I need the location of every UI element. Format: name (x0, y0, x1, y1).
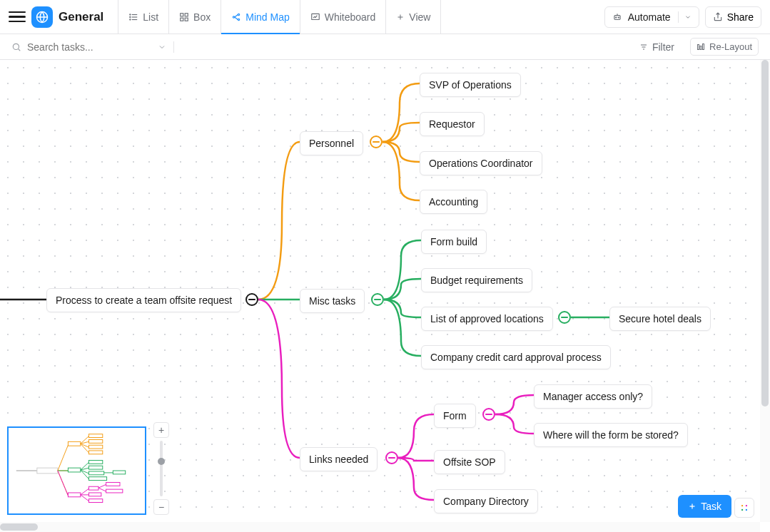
tab-list-label: List (143, 11, 158, 23)
node-form[interactable]: Form (434, 404, 476, 428)
svg-rect-7 (181, 13, 183, 16)
tab-mindmap[interactable]: Mind Map (221, 0, 300, 34)
view-tabs: List Box Mind Map Whiteboard View (118, 0, 441, 34)
svg-point-11 (233, 16, 235, 17)
menu-icon[interactable] (9, 9, 26, 26)
svg-rect-29 (68, 441, 80, 446)
svg-point-49 (746, 505, 747, 506)
svg-rect-9 (181, 18, 183, 21)
svg-rect-14 (311, 14, 319, 19)
node-budget[interactable]: Budget requirements (421, 268, 532, 292)
svg-point-18 (615, 17, 616, 18)
zoom-in-button[interactable]: + (153, 422, 169, 438)
minimap[interactable] (7, 426, 146, 515)
relayout-button[interactable]: Re-Layout (690, 38, 759, 56)
vertical-scrollbar[interactable] (760, 60, 770, 522)
node-form-stored[interactable]: Where will the form be stored? (534, 423, 688, 447)
chevron-down-icon[interactable] (678, 11, 692, 23)
node-offsite-sop[interactable]: Offsite SOP (434, 450, 505, 474)
mindmap-canvas[interactable]: Process to create a team offsite request… (0, 60, 760, 532)
node-svp[interactable]: SVP of Operations (420, 73, 521, 97)
svg-point-48 (741, 505, 743, 506)
node-company-dir[interactable]: Company Directory (434, 489, 538, 513)
node-ops-coord[interactable]: Operations Coordinator (420, 151, 542, 175)
automate-button[interactable]: Automate (604, 6, 699, 28)
svg-rect-40 (68, 493, 80, 497)
apps-button[interactable] (734, 498, 754, 518)
workspace-title[interactable]: General (59, 10, 103, 24)
filter-label: Filter (652, 41, 674, 53)
svg-rect-27 (703, 44, 704, 49)
sub-bar: Filter Re-Layout (0, 34, 770, 60)
relayout-label: Re-Layout (709, 41, 752, 52)
top-bar: General List Box Mind Map Whiteboard Vie… (0, 0, 770, 34)
tab-box-label: Box (193, 11, 211, 23)
tab-list[interactable]: List (118, 0, 169, 34)
tab-box[interactable]: Box (169, 0, 221, 34)
node-form-build[interactable]: Form build (421, 230, 487, 254)
svg-line-21 (18, 48, 20, 51)
tab-add-view[interactable]: View (386, 0, 441, 34)
automate-label: Automate (628, 11, 671, 23)
node-hotel-deals[interactable]: Secure hotel deals (609, 307, 711, 331)
svg-rect-39 (113, 471, 125, 474)
node-links[interactable]: Links needed (300, 447, 378, 471)
svg-rect-37 (88, 471, 103, 475)
svg-rect-34 (68, 468, 80, 472)
svg-point-19 (618, 17, 619, 18)
svg-rect-45 (106, 489, 123, 493)
svg-rect-42 (88, 493, 101, 496)
svg-point-50 (741, 509, 743, 511)
svg-rect-33 (88, 451, 102, 454)
zoom-slider[interactable] (160, 441, 163, 496)
share-label: Share (727, 11, 754, 23)
node-root[interactable]: Process to create a team offsite request (46, 288, 241, 312)
workspace-icon[interactable] (31, 6, 53, 28)
node-manager-access[interactable]: Manager access only? (534, 384, 652, 409)
svg-rect-44 (106, 482, 120, 486)
connector-root[interactable] (245, 293, 258, 306)
svg-point-20 (13, 44, 19, 49)
svg-rect-8 (185, 13, 188, 16)
svg-rect-36 (88, 466, 102, 469)
svg-rect-25 (698, 44, 699, 49)
zoom-handle[interactable] (158, 458, 165, 465)
svg-point-13 (238, 19, 240, 20)
search-box[interactable] (11, 41, 174, 53)
node-personnel[interactable]: Personnel (300, 131, 363, 155)
svg-point-5 (130, 16, 131, 17)
node-misc[interactable]: Misc tasks (300, 289, 365, 313)
svg-rect-10 (185, 18, 188, 21)
tab-view-label: View (409, 11, 430, 23)
svg-point-4 (130, 14, 131, 14)
filter-button[interactable]: Filter (639, 41, 674, 53)
zoom-out-button[interactable]: − (153, 499, 169, 515)
svg-rect-35 (88, 460, 102, 464)
search-icon (11, 42, 21, 52)
svg-rect-38 (88, 477, 106, 481)
tab-whiteboard[interactable]: Whiteboard (300, 0, 387, 34)
connector-personnel[interactable] (370, 135, 383, 148)
svg-point-12 (238, 14, 240, 15)
chevron-down-icon[interactable] (158, 43, 166, 51)
tab-mindmap-label: Mind Map (245, 11, 289, 23)
svg-rect-31 (88, 439, 102, 443)
node-locations[interactable]: List of approved locations (421, 307, 553, 331)
svg-rect-26 (700, 46, 701, 49)
node-accounting[interactable]: Accounting (420, 190, 487, 214)
search-input[interactable] (27, 41, 152, 53)
connector-links[interactable] (385, 451, 398, 464)
task-label: Task (701, 501, 721, 512)
node-cc-approval[interactable]: Company credit card approval process (421, 345, 611, 369)
zoom-controls: + − (153, 422, 169, 515)
connector-form[interactable] (482, 408, 495, 421)
add-task-button[interactable]: Task (678, 495, 731, 518)
svg-rect-32 (88, 445, 102, 449)
connector-locations[interactable] (558, 311, 571, 324)
connector-misc[interactable] (371, 293, 384, 306)
node-requestor[interactable]: Requestor (420, 112, 485, 136)
svg-point-6 (130, 19, 131, 19)
horizontal-scrollbar[interactable] (0, 522, 760, 532)
svg-rect-28 (37, 468, 58, 474)
share-button[interactable]: Share (705, 6, 761, 28)
